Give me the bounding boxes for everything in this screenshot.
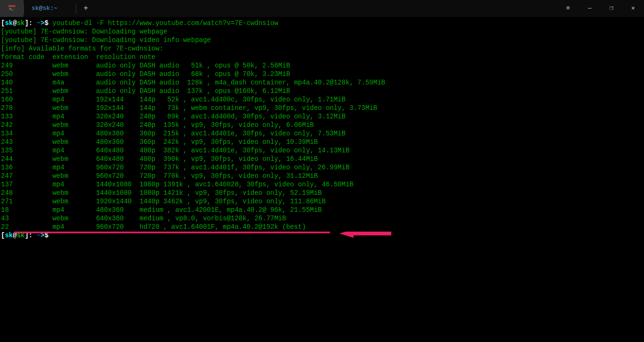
format-row: 22 mp4 960x720 hd720 , avc1.64001F, mp4a…: [1, 223, 643, 231]
format-row: 244 webm 640x480 480p 390k , vp9, 30fps,…: [1, 155, 643, 163]
output-line: [youtube] 7E-cwdnsiow: Downloading webpa…: [1, 27, 643, 36]
plus-icon: +: [83, 4, 88, 13]
format-header: format code extension resolution note: [1, 53, 643, 61]
close-button[interactable]: ✕: [622, 0, 644, 17]
terminal-icon: >_: [8, 4, 16, 13]
format-row: 136 mp4 960x720 720p 737k , avc1.4d401f,…: [1, 163, 643, 172]
format-row: 18 mp4 480x360 medium , avc1.42001E, mp4…: [1, 206, 643, 214]
format-row: 133 mp4 320x240 240p 89k , avc1.4d400d, …: [1, 112, 643, 121]
svg-rect-1: [8, 5, 16, 7]
format-row: 137 mp4 1440x1080 1080p 1391k , avc1.640…: [1, 180, 643, 189]
window-titlebar: >_ sk@sk:~ + ≡ — ❐ ✕: [0, 0, 644, 17]
format-row: 251 webm audio only DASH audio 137k , op…: [1, 87, 643, 95]
format-row: 250 webm audio only DASH audio 68k , opu…: [1, 70, 643, 78]
prompt-line: [sk@sk]: ~>$: [1, 231, 643, 240]
menu-button[interactable]: ≡: [557, 0, 579, 17]
svg-text:>_: >_: [9, 7, 14, 11]
format-row: 247 webm 960x720 720p 770k , vp9, 30fps,…: [1, 172, 643, 180]
format-row: 242 webm 320x240 240p 135k , vp9, 30fps,…: [1, 121, 643, 129]
output-line: [info] Available formats for 7E-cwdnsiow…: [1, 44, 643, 53]
format-row: 43 webm 640x360 medium , vp8.0, vorbis@1…: [1, 214, 643, 223]
close-icon: ✕: [631, 4, 635, 13]
maximize-icon: ❐: [610, 4, 613, 13]
tab-terminal[interactable]: sk@sk:~: [24, 0, 76, 17]
tab-label: sk@sk:~: [32, 4, 58, 13]
window-controls: ≡ — ❐ ✕: [557, 0, 644, 17]
tab-app-icon[interactable]: >_: [0, 0, 24, 17]
command-text: youtube-dl -F https://www.youtube.com/wa…: [52, 19, 278, 27]
format-row: 135 mp4 640x480 480p 382k , avc1.4d401e,…: [1, 146, 643, 155]
format-row: 249 webm audio only DASH audio 51k , opu…: [1, 61, 643, 70]
format-row: 271 webm 1920x1440 1440p 3462k , vp9, 30…: [1, 197, 643, 206]
format-row: 278 webm 192x144 144p 73k , webm contain…: [1, 104, 643, 112]
terminal-output[interactable]: [sk@sk]: ~>$ youtube-dl -F https://www.y…: [0, 17, 644, 240]
format-row: 160 mp4 192x144 144p 52k , avc1.4d400c, …: [1, 95, 643, 104]
maximize-button[interactable]: ❐: [601, 0, 622, 17]
hamburger-icon: ≡: [566, 4, 570, 13]
format-row: 243 webm 480x360 360p 242k , vp9, 30fps,…: [1, 138, 643, 146]
tab-strip: >_ sk@sk:~ +: [0, 0, 95, 17]
minimize-icon: —: [588, 4, 592, 13]
add-tab-button[interactable]: +: [76, 0, 95, 17]
format-row: 248 webm 1440x1080 1080p 1421k , vp9, 30…: [1, 189, 643, 197]
format-row: 140 m4a audio only DASH audio 128k , m4a…: [1, 78, 643, 87]
minimize-button[interactable]: —: [579, 0, 601, 17]
prompt-line: [sk@sk]: ~>$ youtube-dl -F https://www.y…: [1, 19, 643, 27]
format-row: 134 mp4 480x360 360p 215k , avc1.4d401e,…: [1, 129, 643, 138]
output-line: [youtube] 7E-cwdnsiow: Downloading video…: [1, 36, 643, 44]
